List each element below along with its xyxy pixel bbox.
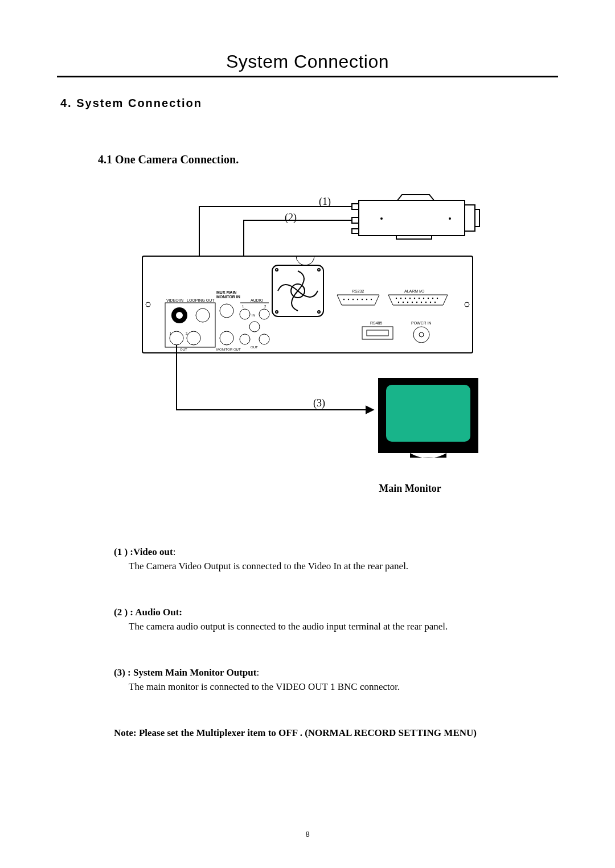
svg-text:OUT: OUT [180, 348, 187, 351]
definitions: (1 ) :Video out: The Camera Video Output… [114, 546, 558, 740]
svg-point-72 [430, 302, 431, 303]
svg-text:MONITOR IN: MONITOR IN [216, 295, 240, 299]
svg-point-56 [400, 298, 401, 299]
connection-diagram: (1) (2) [125, 194, 490, 495]
svg-point-69 [416, 302, 417, 303]
rear-panel: VIDEO IN LOOPING OUT 1 2 OUT MUX MAIN MO… [142, 256, 473, 353]
svg-point-58 [409, 298, 411, 299]
svg-text:LOOPING OUT: LOOPING OUT [187, 298, 215, 302]
definition-suffix: : [256, 667, 259, 678]
svg-point-23 [176, 312, 183, 319]
svg-point-52 [366, 299, 367, 300]
definition-label: (1 ) :Video out [114, 546, 173, 557]
svg-point-53 [371, 299, 372, 300]
cable-monitor [177, 345, 374, 410]
svg-point-70 [421, 302, 422, 303]
svg-text:RS232: RS232 [352, 289, 364, 293]
svg-text:AUDIO: AUDIO [251, 298, 264, 302]
definition-suffix: : [173, 546, 176, 557]
definition-body: The Camera Video Output is connected to … [129, 560, 558, 573]
document-page: System Connection 4. System Connection 4… [0, 0, 615, 868]
monitor-caption: Main Monitor [330, 483, 490, 495]
definition-item: (2 ) : Audio Out: The camera audio outpu… [114, 606, 558, 633]
note-text: Note: Please set the Multiplexer item to… [114, 727, 558, 740]
svg-rect-6 [352, 229, 359, 233]
definition-item: (1 ) :Video out: The Camera Video Output… [114, 546, 558, 573]
svg-point-55 [396, 298, 397, 299]
monitor-icon [378, 378, 478, 458]
svg-text:IN: IN [252, 314, 255, 317]
svg-point-47 [343, 299, 345, 300]
svg-point-59 [414, 298, 415, 299]
svg-rect-0 [359, 200, 465, 236]
definition-label: (3) : System Main Monitor Output [114, 667, 256, 678]
svg-rect-1 [396, 236, 432, 239]
svg-text:IN: IN [179, 298, 183, 302]
definition-label: (2 ) : Audio Out: [114, 607, 182, 618]
subsection-heading: 4.1 One Camera Connection. [98, 153, 558, 166]
definition-item: (3) : System Main Monitor Output: The ma… [114, 667, 558, 694]
svg-point-66 [403, 302, 404, 303]
svg-point-7 [380, 217, 383, 220]
definition-body: The camera audio output is connected to … [129, 620, 558, 633]
svg-rect-9 [142, 256, 473, 353]
svg-point-64 [437, 298, 438, 299]
svg-point-65 [398, 302, 399, 303]
definition-body: The main monitor is connected to the VID… [129, 681, 558, 694]
svg-text:OUT: OUT [251, 345, 258, 349]
svg-text:POWER IN: POWER IN [411, 321, 431, 325]
svg-point-71 [425, 302, 427, 303]
svg-point-49 [352, 299, 354, 300]
svg-point-48 [348, 299, 349, 300]
svg-point-50 [357, 299, 358, 300]
svg-point-67 [407, 302, 408, 303]
svg-text:ALARM I/O: ALARM I/O [404, 289, 425, 293]
svg-rect-3 [475, 209, 479, 227]
diagram-label-1: (1) [319, 196, 331, 208]
svg-point-68 [412, 302, 413, 303]
svg-text:MUX MAIN: MUX MAIN [216, 290, 236, 294]
page-title: System Connection [57, 51, 558, 72]
page-number: 8 [0, 830, 615, 838]
svg-rect-4 [352, 204, 359, 209]
diagram-label-2: (2) [285, 212, 297, 224]
svg-text:MONITOR OUT: MONITOR OUT [216, 348, 241, 351]
title-rule [57, 76, 558, 77]
svg-text:VIDEO: VIDEO [166, 298, 179, 302]
svg-rect-5 [352, 217, 359, 223]
camera-icon [352, 195, 479, 239]
svg-point-61 [423, 298, 424, 299]
svg-point-62 [428, 298, 429, 299]
svg-point-60 [419, 298, 420, 299]
section-heading: 4. System Connection [60, 97, 558, 110]
diagram-svg: (1) (2) [125, 194, 490, 478]
svg-point-51 [362, 299, 363, 300]
svg-point-73 [434, 302, 436, 303]
svg-rect-81 [386, 385, 470, 442]
svg-text:RS485: RS485 [370, 321, 383, 325]
svg-point-8 [449, 217, 451, 220]
svg-point-57 [405, 298, 406, 299]
svg-point-63 [432, 298, 433, 299]
diagram-label-3: (3) [313, 397, 325, 409]
svg-rect-2 [465, 205, 475, 231]
